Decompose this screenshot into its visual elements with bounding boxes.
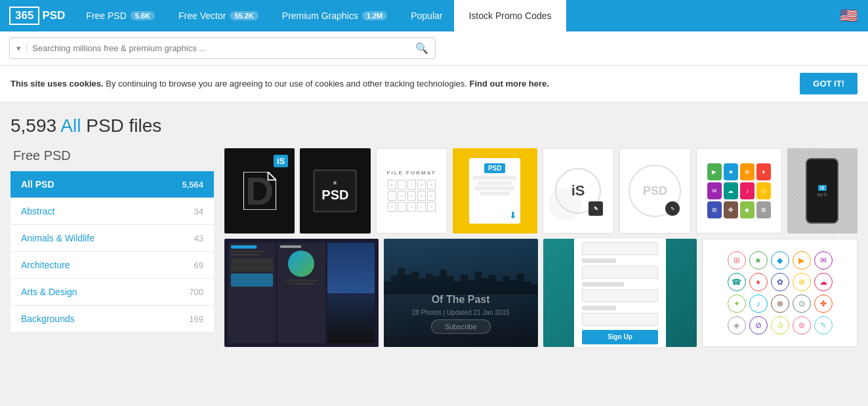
svg-marker-1 — [268, 172, 276, 180]
sidebar-item-all-psd[interactable]: All PSD 5,564 — [10, 171, 214, 198]
svg-marker-0 — [243, 172, 276, 210]
sidebar-item-animals[interactable]: Animals & Wildlife 43 — [10, 225, 214, 252]
grid-item-icon-set[interactable]: ⊞ ★ ◆ ▶ ✉ ☎ ♦ ✿ ⊕ ☁ ✦ ♪ ⊗ ⊙ ✤ — [702, 239, 858, 347]
search-icon[interactable]: 🔍 — [415, 42, 428, 54]
nav-free-vector[interactable]: Free Vector 55.2K — [167, 0, 270, 31]
page-title: 5,593 All PSD files — [10, 115, 858, 136]
grid-item-phone[interactable]: iS by G — [787, 148, 858, 233]
cookie-banner: This site uses cookies. By continuing to… — [0, 66, 868, 102]
nav-istock-promo[interactable]: Istock Promo Codes — [454, 0, 566, 31]
search-dropdown[interactable]: ▾ — [16, 43, 27, 53]
language-flag[interactable]: 🇺🇸 — [829, 7, 868, 24]
logo[interactable]: 365 PSD — [0, 0, 74, 31]
sidebar-heading: Free PSD — [10, 148, 214, 163]
grid-item-istock-dark-1[interactable]: D iS — [224, 148, 295, 233]
grid-item-istock-light[interactable]: iS ✎ — [543, 148, 614, 233]
cookie-text: This site uses cookies. By continuing to… — [10, 79, 549, 89]
grid-item-past[interactable]: Of The Past 28 Photos | Updated 21 Jan 2… — [384, 239, 538, 347]
sidebar-item-abstract[interactable]: Abstract 34 — [10, 198, 214, 225]
grid-item-file-format[interactable]: FILE FORMAT ▶ ♪ ✎ ⊞ ✤ ♦ ☁ ★ ◆ ✿ ⊕ ✦ — [376, 148, 447, 233]
nav-premium-graphics[interactable]: Premium Graphics 1.2M — [270, 0, 399, 31]
grid-item-app-icons[interactable]: ▶ ★ ⊕ ♦ ✉ ☁ ♪ ⊙ ⊞ ✤ ◆ ✿ — [696, 148, 782, 233]
grid-item-psd-white[interactable]: PSD ✎ — [619, 148, 691, 233]
main-nav: 365 PSD Free PSD 5.6K Free Vector 55.2K … — [0, 0, 868, 31]
got-it-button[interactable]: GOT IT! — [800, 73, 858, 94]
sidebar-item-architecture[interactable]: Architecture 69 — [10, 252, 214, 279]
search-bar: ▾ 🔍 — [0, 31, 868, 66]
nav-free-psd[interactable]: Free PSD 5.6K — [74, 0, 167, 31]
sidebar: Free PSD All PSD 5,564 Abstract 34 Anima… — [10, 148, 214, 347]
grid-item-form[interactable]: Sign Up Already a member? Sign In — [543, 239, 697, 347]
nav-popular[interactable]: Popular — [399, 0, 454, 31]
grid-item-psd-yellow[interactable]: PSD ⬇ — [453, 148, 537, 233]
grid-item-ui-dark[interactable] — [224, 239, 379, 347]
sidebar-item-arts[interactable]: Arts & Design 700 — [10, 279, 214, 306]
sidebar-item-backgrounds[interactable]: Backgrounds 169 — [10, 306, 214, 333]
main-content: 5,593 All PSD files Free PSD All PSD 5,5… — [0, 102, 868, 360]
grid-item-psd-dark[interactable]: ★ PSD — [300, 148, 370, 233]
grid-area: D iS ★ PSD — [224, 148, 858, 347]
search-input[interactable] — [32, 43, 411, 53]
